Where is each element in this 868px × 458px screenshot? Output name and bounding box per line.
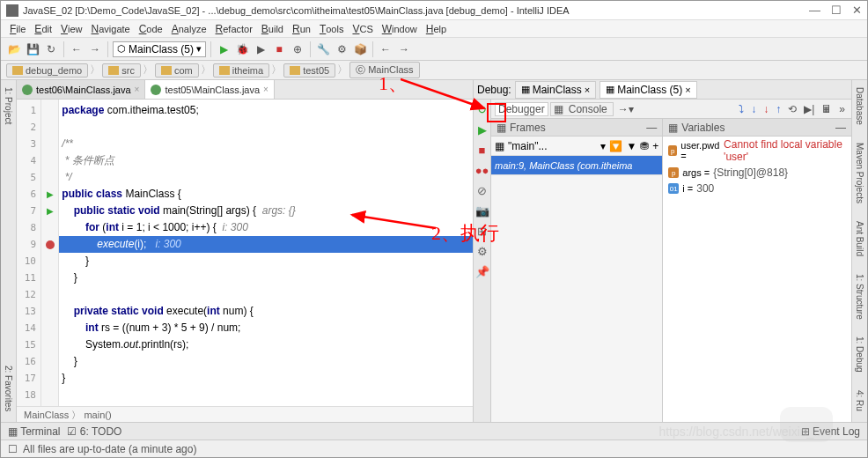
right-tool[interactable]: Maven Projects [855,139,864,207]
minimize-icon[interactable]: — [809,4,820,17]
frames-pane[interactable]: ▦Frames— ▦"main"...▾🔽▼⛃+ main:9, MainCla… [491,119,663,422]
stack-frame[interactable]: main:9, MainClass (com.itheima [491,156,662,175]
debug-tab-mainclass5[interactable]: ▦ MainClass (5) × [600,81,696,99]
run-cursor-icon[interactable]: ▶| [801,103,817,115]
breadcrumb-item[interactable]: test05 [283,63,335,78]
thread-selector[interactable]: ▦"main"...▾🔽▼⛃+ [491,137,662,156]
debugger-toolbar: Debugger ▦ Console →▾ ⤵ ↓ ↓ ↑ ⟲ ▶| 🖩 » [491,100,851,119]
forward-icon[interactable]: → [396,41,412,57]
breadcrumb-item[interactable]: com [155,63,199,78]
menu-build[interactable]: Build [258,21,287,37]
thread-dump-icon[interactable]: 📷 [475,204,489,218]
attach-icon[interactable]: ⊕ [290,41,305,57]
project-tool[interactable]: 1: Project [4,84,13,128]
right-tool[interactable]: 1: Structure [855,270,864,323]
debug-panel: Debug: ▦ MainClass × ▦ MainClass (5) × ↻… [473,80,851,422]
structure-icon[interactable]: 🔧 [315,41,331,57]
menu-vcs[interactable]: VCS [349,21,376,37]
eventlog-tool[interactable]: ⊞ Event Log [801,425,860,438]
right-tool[interactable]: Database [855,84,864,129]
pin-icon[interactable]: 📌 [475,265,489,278]
variable-item[interactable]: 01 i = 300 [663,181,851,196]
mute-bp-icon[interactable]: ⊘ [477,184,487,197]
menu-refactor[interactable]: Refactor [212,21,256,37]
debug-label: Debug: [477,84,511,96]
more-icon[interactable]: →▾ [615,103,636,115]
stop-icon[interactable]: ■ [271,41,287,57]
open-icon[interactable]: 📂 [6,41,22,57]
menu-file[interactable]: File [6,21,29,37]
menu-window[interactable]: Window [379,21,421,37]
editor-tab[interactable]: test06\MainClass.java × [17,80,145,99]
status-text: All files are up-to-date (a minute ago) [23,443,196,455]
run-icon[interactable]: ▶ [216,41,232,57]
layout-icon[interactable]: ⊞ [477,225,487,238]
menu-help[interactable]: Help [423,21,450,37]
debug-tab-mainclass[interactable]: ▦ MainClass × [515,81,596,99]
coverage-icon[interactable]: ▶ [253,41,268,57]
stop-debug-icon[interactable]: ■ [479,144,486,157]
evaluate-icon[interactable]: 🖩 [819,103,835,115]
breadcrumb-item[interactable]: src [102,63,141,78]
right-tool[interactable]: Ant Build [855,218,864,260]
step-over-icon[interactable]: ⤵ [736,103,747,115]
vars-hide-icon[interactable]: — [835,122,846,134]
menu-tools[interactable]: Tools [316,21,348,37]
menu-navigate[interactable]: Navigate [88,21,134,37]
todo-tool[interactable]: ☑ 6: TODO [67,425,121,438]
step-out-icon[interactable]: ↑ [773,103,783,115]
debug-side-toolbar[interactable]: ↻ ▶ ■ ●● ⊘ 📷 ⊞ ⚙ 📌 [474,100,491,422]
breakpoints-icon[interactable]: ●● [475,164,489,177]
breadcrumb-item[interactable]: itheima [213,63,269,78]
menu-run[interactable]: Run [289,21,314,37]
settings-debug-icon[interactable]: ⚙ [477,245,488,258]
variable-item[interactable]: p user.pwd = Cannot find local variable … [663,137,851,165]
editor-tab[interactable]: test05\MainClass.java × [145,80,274,99]
force-step-icon[interactable]: ↓ [761,103,771,115]
menu-view[interactable]: View [57,21,86,37]
settings-icon[interactable]: ⚙ [334,41,349,57]
resume-icon[interactable]: ▶ [478,123,487,137]
right-tool-strip[interactable]: DatabaseMaven ProjectsAnt Build1: Struct… [851,80,867,422]
variables-pane[interactable]: ▦Variables— p user.pwd = Cannot find loc… [663,119,851,422]
debug-icon[interactable]: 🐞 [234,41,250,57]
console-subtab[interactable]: ▦ Console [550,102,614,116]
redo-icon[interactable]: → [87,41,103,57]
icon-gutter[interactable]: ▶▶ [41,100,59,406]
run-config-combo[interactable]: ⬡ MainClass (5) ▾ [113,41,206,57]
more2-icon[interactable]: » [836,103,848,115]
variable-item[interactable]: p args = {String[0]@818} [663,165,851,181]
step-into-icon[interactable]: ↓ [748,103,759,115]
close-icon[interactable]: ✕ [852,4,862,17]
sync-icon[interactable]: ↻ [43,41,59,57]
code-breadcrumb[interactable]: MainClass 〉 main() [17,406,473,422]
drop-frame-icon[interactable]: ⟲ [785,103,799,115]
favorites-tool[interactable]: 2: Favorites [4,362,13,415]
filter-icon[interactable]: ⛃ [640,140,649,152]
frames-icon: ▦ [497,122,506,134]
menubar: FileEditViewNavigateCodeAnalyzeRefactorB… [1,20,867,38]
window-title: JavaSE_02 [D:\Demo_Code\JavaSE_02] - ...… [23,5,809,16]
status-bar: ☐All files are up-to-date (a minute ago) [1,440,867,457]
code-editor[interactable]: package com.itheima.test05; /** * 条件断点 *… [59,100,473,406]
frames-hide-icon[interactable]: — [646,122,657,134]
maximize-icon[interactable]: ☐ [831,4,842,17]
left-tool-strip[interactable]: 1: Project 2: Favorites [1,80,17,422]
debugger-subtab[interactable]: Debugger [495,102,548,116]
save-icon[interactable]: 💾 [25,41,40,57]
right-tool[interactable]: 4: Ru [855,387,864,415]
back-icon[interactable]: ← [378,41,394,57]
menu-code[interactable]: Code [136,21,166,37]
titlebar: JavaSE_02 [D:\Demo_Code\JavaSE_02] - ...… [1,1,867,20]
bottom-toolbar: ▦ Terminal ☑ 6: TODO ⊞ Event Log [1,422,867,440]
breadcrumb-item[interactable]: ⓒ MainClass [349,62,419,78]
undo-icon[interactable]: ← [69,41,85,57]
breadcrumb-item[interactable]: debug_demo [6,63,88,78]
menu-edit[interactable]: Edit [31,21,55,37]
terminal-tool[interactable]: ▦ Terminal [8,425,60,438]
rerun-icon[interactable]: ↻ [477,103,487,116]
sdk-icon[interactable]: 📦 [352,41,368,57]
right-tool[interactable]: 1: Debug [855,333,864,376]
app-icon [6,4,18,17]
menu-analyze[interactable]: Analyze [168,21,210,37]
